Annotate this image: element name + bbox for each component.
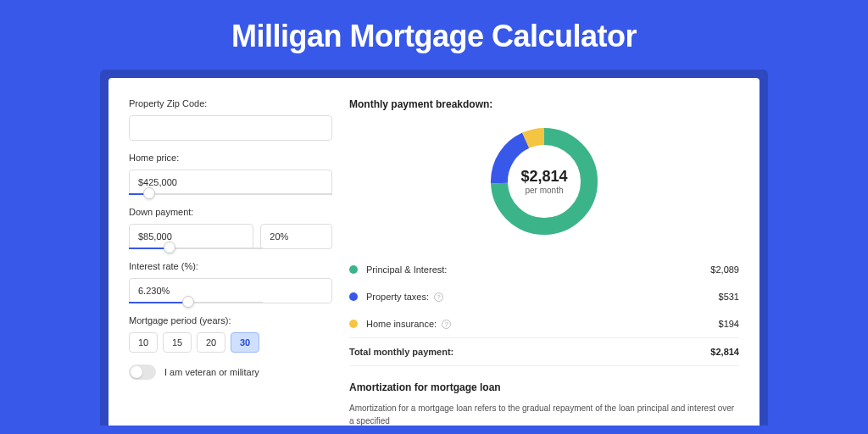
down-payment-label: Down payment: [129, 207, 332, 217]
period-btn-10[interactable]: 10 [129, 332, 158, 353]
amortization-title: Amortization for mortgage loan [349, 381, 739, 393]
down-payment-pct-input[interactable] [260, 224, 332, 249]
slider-thumb[interactable] [143, 187, 155, 199]
interest-input[interactable] [129, 278, 332, 303]
donut-center-sub: per month [525, 186, 563, 195]
dot-icon [349, 265, 358, 274]
donut-chart: $2,814 per month [485, 122, 604, 241]
info-icon[interactable]: ? [442, 320, 451, 329]
card-shadow: Property Zip Code: Home price: Down paym… [100, 70, 768, 426]
legend-value: $194 [719, 319, 739, 329]
slider-thumb[interactable] [182, 296, 194, 308]
period-buttons: 10 15 20 30 [129, 332, 332, 353]
legend-value: $2,089 [710, 264, 739, 275]
zip-field: Property Zip Code: [129, 98, 332, 141]
down-payment-slider[interactable] [129, 248, 263, 249]
period-btn-15[interactable]: 15 [163, 332, 192, 353]
home-price-slider[interactable] [129, 193, 332, 195]
period-field: Mortgage period (years): 10 15 20 30 [129, 315, 332, 353]
amortization-section: Amortization for mortgage loan Amortizat… [349, 381, 739, 426]
breakdown-title: Monthly payment breakdown: [349, 98, 739, 110]
total-label: Total monthly payment: [349, 347, 710, 357]
slider-thumb[interactable] [164, 242, 175, 253]
legend-label: Property taxes:? [366, 292, 719, 302]
interest-label: Interest rate (%): [129, 261, 332, 271]
info-icon[interactable]: ? [434, 292, 443, 302]
period-btn-20[interactable]: 20 [197, 332, 225, 353]
calculator-card: Property Zip Code: Home price: Down paym… [108, 78, 760, 426]
veteran-toggle[interactable] [129, 364, 156, 380]
zip-label: Property Zip Code: [129, 98, 332, 108]
home-price-label: Home price: [129, 153, 332, 163]
legend-row-principal: Principal & Interest: $2,089 [349, 256, 739, 283]
total-value: $2,814 [710, 347, 739, 357]
interest-field: Interest rate (%): [129, 261, 332, 303]
home-price-input[interactable] [129, 170, 332, 195]
results-panel: Monthly payment breakdown: $2,814 per mo… [349, 98, 739, 426]
veteran-row: I am veteran or military [129, 364, 332, 380]
legend-row-total: Total monthly payment: $2,814 [349, 337, 739, 365]
zip-input[interactable] [129, 115, 332, 141]
interest-slider[interactable] [129, 302, 263, 303]
veteran-label: I am veteran or military [164, 367, 259, 377]
legend-label: Principal & Interest: [366, 264, 710, 275]
period-btn-30[interactable]: 30 [231, 332, 259, 353]
page-title: Milligan Mortgage Calculator [0, 0, 868, 70]
amortization-text: Amortization for a mortgage loan refers … [349, 402, 739, 426]
legend-row-taxes: Property taxes:? $531 [349, 283, 739, 310]
dot-icon [349, 292, 358, 301]
donut-center-value: $2,814 [520, 168, 567, 186]
down-payment-input[interactable] [129, 224, 253, 249]
legend-value: $531 [719, 292, 739, 302]
inputs-panel: Property Zip Code: Home price: Down paym… [129, 98, 332, 426]
legend-label: Home insurance:? [366, 319, 719, 329]
legend-row-insurance: Home insurance:? $194 [349, 310, 739, 337]
legend: Principal & Interest: $2,089 Property ta… [349, 256, 739, 366]
period-label: Mortgage period (years): [129, 315, 332, 326]
home-price-field: Home price: [129, 153, 332, 195]
toggle-knob [131, 366, 142, 378]
donut-chart-wrap: $2,814 per month [349, 122, 739, 241]
down-payment-field: Down payment: [129, 207, 332, 249]
dot-icon [349, 320, 358, 328]
